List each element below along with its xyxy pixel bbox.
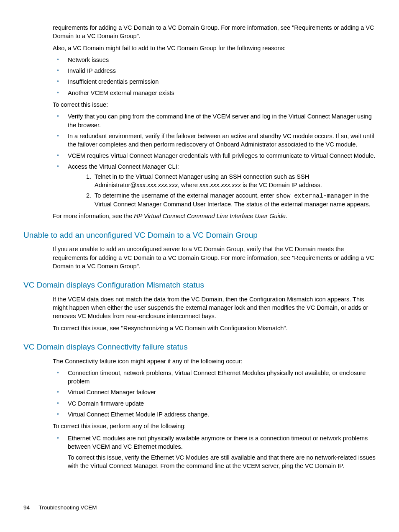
italic-text: HP Virtual Connect Command Line Interfac… (134, 213, 286, 219)
italic-text: xxx.xxx.xxx.xxx (200, 182, 241, 188)
list-item: Network issues (53, 56, 376, 64)
section-body: The Connectivity failure icon might appe… (53, 357, 376, 365)
ordered-list-item: To determine the username of the externa… (93, 191, 376, 209)
text-run: is the VC Domain IP address. (241, 182, 322, 188)
text-run: To determine the username of the externa… (95, 192, 276, 199)
intro-paragraph-2: Also, a VC Domain might fail to add to t… (53, 44, 376, 52)
section-body: If the VCEM data does not match the data… (53, 295, 376, 321)
corrections-list: Verify that you can ping from the comman… (53, 112, 376, 208)
connectivity-fix-list: Ethernet VC modules are not physically a… (53, 434, 376, 470)
list-item: Another VCEM external manager exists (53, 89, 376, 97)
correct-intro: To correct this issue: (53, 100, 376, 109)
italic-text: xxx.xxx.xxx.xxx (136, 182, 178, 188)
list-item: In a redundant environment, verify if th… (53, 132, 376, 149)
text-run: . (286, 213, 287, 219)
section-body: If you are unable to add an unconfigured… (53, 245, 376, 270)
list-item: Access the Virtual Connect Manager CLI: … (53, 162, 376, 208)
fail-reasons-list: Network issues Invalid IP address Insuff… (53, 56, 376, 97)
page-footer: 94 Troubleshooting VCEM (23, 504, 376, 512)
list-item: Virtual Connect Ethernet Module IP addre… (53, 410, 376, 419)
list-item: Verify that you can ping from the comman… (53, 112, 376, 129)
text-run: Ethernet VC modules are not physically a… (68, 435, 368, 450)
cli-steps: Telnet in to the Virtual Connect Manager… (68, 172, 376, 208)
list-item: Virtual Connect Manager failover (53, 388, 376, 396)
intro-paragraph-1: requirements for adding a VC Domain to a… (53, 23, 376, 41)
code-text: show external-manager (276, 193, 353, 199)
list-item-lead: Access the Virtual Connect Manager CLI: (68, 163, 179, 170)
section-heading-unconfigured: Unable to add an unconfigured VC Domain … (23, 230, 376, 241)
section-heading-connectivity: VC Domain displays Connectivity failure … (23, 342, 376, 353)
ordered-list-item: Telnet in to the Virtual Connect Manager… (93, 172, 376, 190)
text-run: For more information, see the (53, 213, 134, 219)
section-body: To correct this issue, see "Resynchroniz… (53, 324, 376, 332)
section-body: To correct this issue, perform any of th… (53, 422, 376, 430)
page-number: 94 (23, 504, 30, 512)
footer-label: Troubleshooting VCEM (39, 504, 97, 511)
list-item: Connection timeout, network problems, Vi… (53, 369, 376, 386)
list-item: VC Domain firmware update (53, 399, 376, 408)
connectivity-reasons-list: Connection timeout, network problems, Vi… (53, 369, 376, 419)
more-info: For more information, see the HP Virtual… (53, 212, 376, 220)
section-heading-mismatch: VC Domain displays Configuration Mismatc… (23, 280, 376, 291)
text-run: , where (178, 182, 200, 188)
list-item: Invalid IP address (53, 67, 376, 75)
list-item: Ethernet VC modules are not physically a… (53, 434, 376, 470)
list-item: Insufficient credentials permission (53, 77, 376, 86)
list-item: VCEM requires Virtual Connect Manager cr… (53, 152, 376, 160)
sub-paragraph: To correct this issue, verify the Ethern… (68, 453, 376, 470)
